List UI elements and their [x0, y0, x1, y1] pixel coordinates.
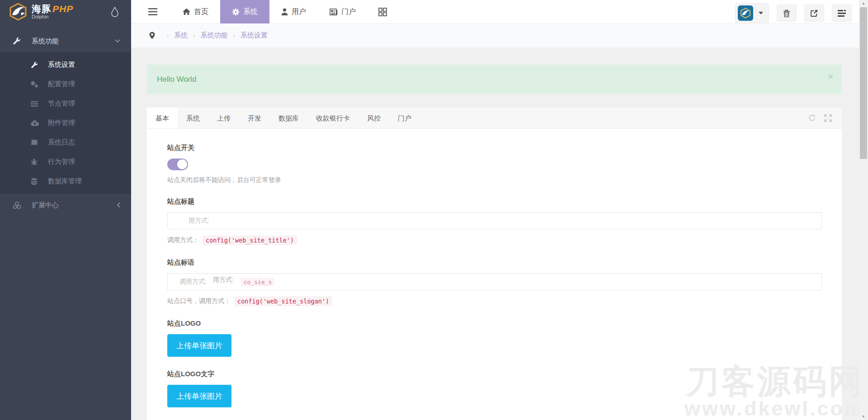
field-label: 站点LOGO文字 [167, 370, 822, 378]
sidebar-item-node-management[interactable]: 节点管理 [0, 94, 131, 113]
module-list-button[interactable] [832, 5, 852, 22]
field-label: 站点标语 [167, 258, 822, 267]
tab-risk-control[interactable]: 风控 [359, 107, 389, 128]
open-frontend-button[interactable] [804, 5, 824, 22]
field-site-logo: 站点LOGO 上传单张图片 [167, 319, 822, 357]
breadcrumb: › 系统 › 系统功能 › 系统设置 [131, 23, 859, 47]
page-scrollbar[interactable]: ▲ ▼ [859, 0, 868, 420]
gears-icon [31, 81, 40, 88]
sidebar-item-system-settings[interactable]: 系统设置 [0, 55, 131, 75]
code-snippet: config('web_site_title') [203, 235, 297, 245]
tab-develop[interactable]: 开发 [239, 107, 270, 128]
nav-item-system[interactable]: 系统 [220, 0, 269, 23]
header-actions [735, 3, 852, 23]
top-nav-menu: 首页 系统 用户 门户 [171, 0, 398, 23]
site-switch-toggle[interactable] [167, 159, 188, 170]
top-navbar: 首页 系统 用户 门户 [131, 0, 859, 23]
field-help: 站点口号，调用方式： config('web_site_slogan') [167, 296, 822, 306]
field-label: 站点开关 [167, 144, 822, 152]
avatar [738, 5, 753, 21]
code-snippet: co_sie_s [241, 278, 275, 286]
newspaper-icon [330, 9, 338, 15]
breadcrumb-link-system-settings[interactable]: 系统设置 [241, 31, 268, 40]
bug-icon [31, 159, 40, 166]
refresh-icon[interactable] [808, 114, 816, 122]
site-title-input[interactable]: 用方式: [167, 212, 822, 229]
field-label: 站点标题 [167, 197, 822, 206]
nav-item-home[interactable]: 首页 [171, 0, 220, 23]
sidebar: 海豚PHP Dolphin 系统功能 系统设置 [0, 0, 131, 420]
chevron-left-icon [117, 202, 120, 208]
brand-subtitle: Dolphin [32, 14, 73, 19]
sidebar-item-system-log[interactable]: 系统日志 [0, 133, 131, 152]
scrollbar-thumb[interactable] [860, 7, 867, 159]
field-site-switch: 站点开关 站点关闭后将不能访问，后台可正常登录 [167, 144, 822, 184]
sidebar-item-config-management[interactable]: 配置管理 [0, 75, 131, 94]
cloud-upload-icon [31, 120, 40, 126]
external-link-icon [811, 9, 818, 17]
field-site-slogan: 站点标语 调用方式: 用方式: co_sie_s 站点口号，调用方式： conf… [167, 258, 822, 306]
tab-system[interactable]: 系统 [178, 107, 208, 128]
tab-upload[interactable]: 上传 [208, 107, 239, 128]
sidebar-submenu: 系统设置 配置管理 节点管理 附件管理 [0, 52, 131, 194]
droplet-icon [110, 6, 119, 17]
sidebar-menu: 系统功能 系统设置 配置管理 节点管理 [0, 23, 131, 216]
dolphin-logo-icon [8, 3, 28, 21]
field-label: 站点LOGO [167, 319, 822, 328]
list-icon [31, 101, 40, 107]
field-site-title: 站点标题 用方式: 调用方式： config('web_site_title') [167, 197, 822, 245]
tab-basic[interactable]: 基本 [147, 107, 178, 128]
map-marker-icon [149, 32, 155, 39]
database-icon [31, 178, 40, 185]
book-icon [31, 139, 40, 146]
apps-grid-icon[interactable] [368, 0, 398, 23]
breadcrumb-link-system-functions[interactable]: 系统功能 [201, 31, 228, 40]
scroll-up-arrow[interactable]: ▲ [859, 0, 868, 7]
brand-name: 海豚PHP [32, 4, 73, 14]
home-icon [183, 8, 190, 15]
brand-logo[interactable]: 海豚PHP Dolphin [0, 0, 131, 23]
scroll-down-arrow[interactable]: ▼ [859, 413, 868, 420]
nav-item-portal[interactable]: 门户 [318, 0, 368, 23]
clear-cache-button[interactable] [777, 5, 797, 22]
success-alert: Hello World × [147, 65, 842, 94]
settings-form: 站点开关 站点关闭后将不能访问，后台可正常登录 站点标题 用方式: 调用方式： … [147, 129, 842, 420]
chevron-down-icon [115, 39, 120, 43]
alert-close-button[interactable]: × [828, 72, 834, 82]
field-help: 站点关闭后将不能访问，后台可正常登录 [167, 176, 822, 184]
wrench-icon [13, 37, 22, 45]
tab-bank-card[interactable]: 收款银行卡 [307, 107, 359, 128]
breadcrumb-link-system[interactable]: 系统 [174, 31, 188, 40]
tab-portal[interactable]: 门户 [389, 107, 420, 128]
upload-logo-text-button[interactable]: 上传单张图片 [167, 385, 231, 407]
field-help: 调用方式： config('web_site_title') [167, 235, 822, 245]
settings-tabs: 基本 系统 上传 开发 数据库 收款银行卡 风控 门户 [147, 107, 842, 129]
settings-panel: 基本 系统 上传 开发 数据库 收款银行卡 风控 门户 站点开关 站点关闭后将不… [147, 107, 842, 420]
alert-message: Hello World [157, 75, 197, 84]
nav-item-user[interactable]: 用户 [269, 0, 318, 23]
sidebar-section-label: 系统功能 [32, 37, 59, 46]
field-site-logo-text: 站点LOGO文字 上传单张图片 [167, 370, 822, 407]
sidebar-section-label: 扩展中心 [32, 201, 59, 210]
wrench-icon [31, 61, 40, 69]
user-menu-button[interactable] [735, 3, 769, 23]
user-icon [281, 8, 288, 15]
main-content: Hello World × 基本 系统 上传 开发 数据库 收款银行卡 风控 门… [131, 47, 859, 420]
sidebar-toggle-button[interactable] [139, 0, 166, 23]
site-slogan-input[interactable]: 调用方式: 用方式: co_sie_s [167, 273, 822, 290]
sidebar-item-database-management[interactable]: 数据库管理 [0, 172, 131, 191]
list-layout-icon [838, 10, 846, 17]
cubes-icon [13, 201, 22, 209]
tab-database[interactable]: 数据库 [270, 107, 307, 128]
upload-logo-button[interactable]: 上传单张图片 [167, 334, 231, 357]
sidebar-item-behavior-management[interactable]: 行为管理 [0, 152, 131, 172]
fullscreen-icon[interactable] [824, 114, 832, 122]
sidebar-section-extension-center[interactable]: 扩展中心 [0, 194, 131, 216]
gear-icon [232, 8, 240, 16]
trash-icon [783, 9, 790, 17]
chevron-down-icon [759, 12, 763, 14]
sidebar-item-attachment-management[interactable]: 附件管理 [0, 113, 131, 133]
sidebar-section-system-functions[interactable]: 系统功能 [0, 30, 131, 52]
code-snippet: config('web_site_slogan') [234, 296, 332, 306]
